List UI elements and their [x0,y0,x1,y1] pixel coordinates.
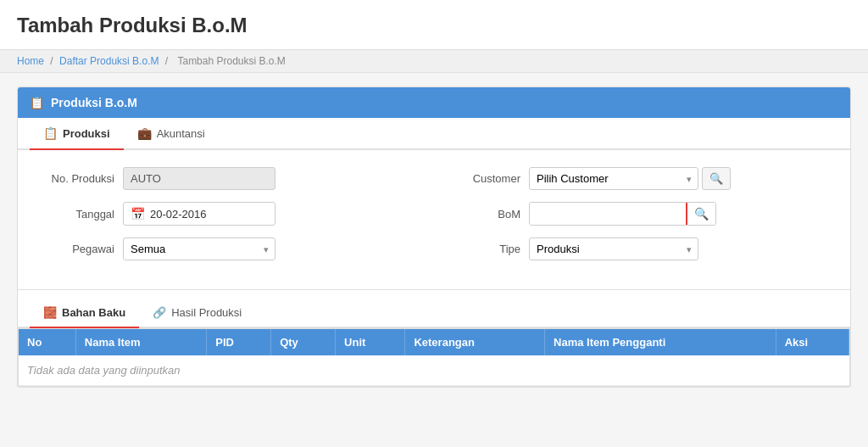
subtab-hasil-produksi[interactable]: 🔗 Hasil Produksi [139,299,255,328]
form-section: No. Produksi AUTO Customer Pilih Custome… [18,150,850,289]
tipe-label: Tipe [444,243,520,255]
tab-produksi[interactable]: 📋 Produksi [30,118,124,150]
bom-search-button[interactable]: 🔍 [686,203,715,225]
main-tabs: 📋 Produksi 💼 Akuntansi [18,118,850,150]
tanggal-label: Tanggal [38,208,114,221]
tab-akuntansi[interactable]: 💼 Akuntansi [124,118,219,150]
panel-header: 📋 Produksi B.o.M [18,87,850,118]
form-group-tanggal: Tanggal 📅 20-02-2016 [38,202,424,226]
customer-select-wrapper: Pilih Customer [529,167,698,190]
form-divider [18,289,850,290]
customer-input-group: Pilih Customer 🔍 [529,167,731,190]
bahan-baku-icon: 🧱 [43,306,57,319]
page-title: Tambah Produksi B.o.M [17,14,851,37]
panel-header-icon: 📋 [30,96,44,109]
bom-label: BoM [444,208,520,221]
customer-search-button[interactable]: 🔍 [702,167,731,190]
form-row-2: Tanggal 📅 20-02-2016 BoM 🔍 [38,202,830,226]
table-empty-message: Tidak ada data yang diinputkan [19,355,849,386]
col-qty: Qty [271,329,336,355]
calendar-icon: 📅 [131,207,145,221]
col-nama-item: Nama Item [75,329,206,355]
no-produksi-value: AUTO [123,167,275,190]
akuntansi-tab-icon: 💼 [137,126,152,140]
bom-input-group: 🔍 [529,202,716,226]
customer-search-icon: 🔍 [709,172,723,185]
hasil-produksi-icon: 🔗 [153,306,166,319]
form-row-3: Pegawai Semua Tipe Produksi [38,237,830,260]
panel-header-title: Produksi B.o.M [51,96,137,109]
tanggal-value: 20-02-2016 [150,208,207,221]
pegawai-select-wrapper: Semua [123,237,275,260]
no-produksi-label: No. Produksi [38,172,114,185]
bom-search-icon: 🔍 [694,207,709,221]
main-panel: 📋 Produksi B.o.M 📋 Produksi 💼 Akuntansi … [17,87,851,388]
produksi-tab-icon: 📋 [43,126,58,140]
breadcrumb-list[interactable]: Daftar Produksi B.o.M [59,55,159,67]
page-header: Tambah Produksi B.o.M [0,0,868,49]
pegawai-label: Pegawai [38,243,114,255]
tipe-select-wrapper: Produksi [529,237,698,260]
tipe-select[interactable]: Produksi [529,237,698,260]
breadcrumb-current: Tambah Produksi B.o.M [177,55,285,67]
form-row-1: No. Produksi AUTO Customer Pilih Custome… [38,167,830,190]
table-section: No Nama Item PID Qty Unit Keterangan Nam… [18,328,850,387]
col-aksi: Aksi [776,329,849,355]
subtab-bahan-baku-label: Bahan Baku [62,306,125,319]
col-no: No [19,329,75,355]
col-pid: PID [207,329,271,355]
tab-akuntansi-label: Akuntansi [157,127,205,140]
tab-produksi-label: Produksi [63,127,110,140]
subtab-hasil-produksi-label: Hasil Produksi [171,306,242,319]
form-group-tipe: Tipe Produksi [444,237,830,260]
sub-tabs: 🧱 Bahan Baku 🔗 Hasil Produksi [18,299,850,328]
customer-select[interactable]: Pilih Customer [529,167,698,190]
bom-input[interactable] [530,204,686,225]
pegawai-select[interactable]: Semua [123,237,275,260]
form-group-pegawai: Pegawai Semua [38,237,424,260]
bahan-baku-table: No Nama Item PID Qty Unit Keterangan Nam… [19,329,849,386]
table-header-row: No Nama Item PID Qty Unit Keterangan Nam… [19,329,849,355]
breadcrumb: Home / Daftar Produksi B.o.M / Tambah Pr… [0,49,868,73]
tanggal-field[interactable]: 📅 20-02-2016 [123,202,275,226]
col-unit: Unit [336,329,405,355]
col-keterangan: Keterangan [405,329,545,355]
subtab-bahan-baku[interactable]: 🧱 Bahan Baku [30,299,139,328]
form-group-customer: Customer Pilih Customer 🔍 [444,167,830,190]
col-nama-item-pengganti: Nama Item Pengganti [545,329,776,355]
form-group-bom: BoM 🔍 [444,202,830,226]
customer-label: Customer [444,172,520,185]
content-area: 📋 Produksi B.o.M 📋 Produksi 💼 Akuntansi … [0,73,868,401]
breadcrumb-home[interactable]: Home [17,55,44,67]
form-group-no-produksi: No. Produksi AUTO [38,167,424,190]
table-empty-row: Tidak ada data yang diinputkan [19,355,849,386]
